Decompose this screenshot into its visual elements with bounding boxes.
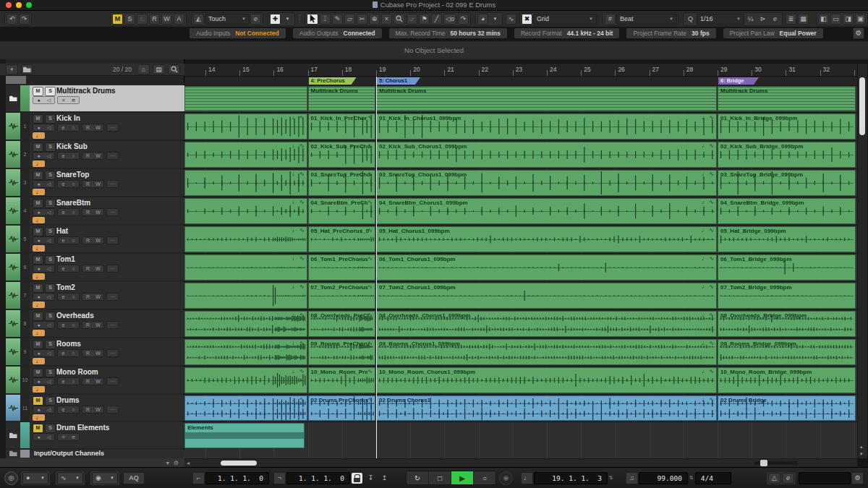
edit-channel-button[interactable]: e: [59, 237, 68, 244]
musical-timebase-button[interactable]: ♩: [33, 189, 45, 195]
track-row-drum-elements[interactable]: MSDrum Elements●◁≡≋: [6, 422, 184, 449]
track-versions-button[interactable]: ⋯: [108, 294, 117, 300]
snap-zero-crossing-button[interactable]: ∿: [506, 14, 516, 25]
audio-event[interactable]: 10_Mono_Room_Bridge_099bpm: [718, 367, 856, 393]
audio-event[interactable]: 08_Overheads_Chorus1_099bpm♩ ∿: [376, 311, 717, 337]
track-row-mono-room[interactable]: 10MSMono Room●◁e○RW⋯♩: [6, 367, 184, 394]
monitor-button[interactable]: ◁: [44, 97, 54, 103]
solo-button[interactable]: S: [45, 114, 56, 124]
monitor-button[interactable]: ◁: [44, 378, 54, 385]
freeze-button[interactable]: ○: [69, 209, 78, 215]
track-lane-kick-sub[interactable]: ♩ ∿02_Kick_Sub_PreCho♩ ∿02_Kick_Sub_Chor…: [184, 141, 857, 168]
solo-button[interactable]: S: [45, 312, 56, 321]
audio-event[interactable]: ♩ ∿: [184, 367, 307, 393]
write-automation-button[interactable]: W: [93, 265, 103, 272]
status-audio-outputs[interactable]: Audio OutputsConnected: [293, 28, 382, 38]
track-row-tom2[interactable]: 7MSTom2●◁e○RW⋯♩: [6, 282, 184, 309]
audio-event[interactable]: 08_Overheads_PreCl♩ ∿: [308, 311, 375, 337]
panel-collapse-icon[interactable]: ▾: [166, 460, 169, 466]
track-versions-button[interactable]: ⋯: [108, 378, 117, 385]
vertical-scrollbar[interactable]: ▴ ▾: [857, 64, 867, 458]
lower-zone-button[interactable]: ▭: [830, 14, 841, 25]
mute-button[interactable]: M: [33, 171, 43, 180]
mute-button[interactable]: M: [33, 87, 43, 96]
quantize-dropdown[interactable]: 1/16▼: [697, 14, 744, 25]
audio-event[interactable]: Elements: [184, 423, 305, 448]
track-lane-snaretop[interactable]: ♩ ∿03_SnareTop_PreCho♩ ∿03_SnareTop_Chor…: [184, 169, 857, 197]
audio-event[interactable]: 05_Hat_Bridge_099bpm: [718, 226, 856, 252]
record-enable-button[interactable]: ●: [34, 294, 43, 300]
record-enable-button[interactable]: ●: [34, 153, 43, 159]
freeze-button[interactable]: ○: [69, 237, 78, 244]
monitor-button[interactable]: ◁: [44, 209, 54, 215]
audio-event[interactable]: ♩ ∿: [184, 114, 307, 140]
audio-quantize-button[interactable]: AQ: [123, 472, 145, 484]
snap-button[interactable]: ✖: [522, 14, 532, 25]
audio-event[interactable]: 06_Tom1_Bridge_099bpm: [718, 254, 856, 281]
audio-event[interactable]: ♩ ∿: [184, 170, 307, 196]
audio-event[interactable]: 02 Drums Bridge: [718, 395, 856, 421]
musical-timebase-button[interactable]: ♩: [33, 301, 45, 308]
group-editing-button[interactable]: ≡: [59, 97, 68, 103]
status-pan-law[interactable]: Project Pan LawEqual Power: [723, 28, 823, 38]
write-automation-button[interactable]: W: [93, 237, 103, 244]
autoscroll-options-icon[interactable]: ▼: [282, 14, 293, 25]
audio-event[interactable]: 04_SnareBtm_PreCh♩ ∿: [308, 198, 375, 224]
marker-tag[interactable]: 6: Bridge: [718, 77, 759, 85]
line-tool[interactable]: ╱: [431, 14, 442, 25]
audio-event[interactable]: 01_Kick_In_PreChor♩ ∿: [308, 114, 375, 140]
solo-button[interactable]: S: [45, 199, 56, 208]
status-line-setup-gear-icon[interactable]: ⚙: [853, 27, 864, 39]
read-automation-button[interactable]: R: [83, 237, 93, 244]
right-zone-button[interactable]: ◨: [843, 14, 854, 25]
suspend-automation-m-button[interactable]: M: [112, 14, 123, 25]
audio-event[interactable]: 09_Rooms_Bridge_099bpm: [718, 339, 856, 365]
track-row-tom1[interactable]: 6MSTom1●◁e○RW⋯♩: [6, 254, 184, 281]
audio-event[interactable]: 03_SnareTop_PreCho♩ ∿: [308, 170, 375, 196]
mute-button[interactable]: M: [33, 424, 43, 433]
comp-tool[interactable]: ↷: [458, 14, 469, 25]
solo-button[interactable]: S: [45, 171, 56, 180]
audio-event[interactable]: 10_Mono_Room_Chorus1_099bpm♩ ∿: [376, 367, 717, 393]
track-lane-kick-in[interactable]: ♩ ∿01_Kick_In_PreChor♩ ∿01_Kick_In_Choru…: [184, 113, 857, 140]
freeze-button[interactable]: ○: [69, 124, 78, 131]
color-menu-icon[interactable]: ▼: [490, 14, 501, 25]
audio-event[interactable]: ♩ ∿: [184, 311, 307, 337]
solo-button[interactable]: S: [45, 424, 56, 433]
audio-event[interactable]: 04_SnareBtm_Bridge_099bpm: [718, 198, 856, 224]
audio-event[interactable]: 09_Rooms_Chorus1_099bpm♩ ∿: [376, 339, 717, 365]
monitor-button[interactable]: ◁: [44, 265, 54, 272]
track-versions-button[interactable]: ⋯: [108, 153, 117, 159]
primary-time-format-icon[interactable]: ♩: [521, 472, 533, 484]
tempo-value[interactable]: 99.000: [639, 472, 688, 484]
status-record-format[interactable]: Record Format44.1 kHz - 24 bit: [514, 28, 619, 38]
track-search-icon[interactable]: [168, 64, 180, 74]
freeze-button[interactable]: ○: [69, 406, 78, 413]
erase-tool[interactable]: ▱: [344, 14, 355, 25]
read-automation-button[interactable]: R: [83, 265, 93, 272]
position-spinner-icon[interactable]: ⇅: [609, 475, 613, 481]
solo-button[interactable]: S: [45, 368, 56, 377]
automation-panel-button[interactable]: e: [250, 14, 261, 25]
audio-event[interactable]: 10_Mono_Room_Pre♩ ∿: [308, 367, 375, 393]
audio-event[interactable]: 05_Hat_PreChorus_0♩ ∿: [308, 226, 375, 252]
range-selection-tool[interactable]: ⌶: [320, 14, 331, 25]
add-track-button[interactable]: +: [6, 64, 18, 74]
track-row-snarebtm[interactable]: 4MSSnareBtm●◁e○RW⋯♩: [6, 197, 184, 225]
audio-event[interactable]: 07_Tom2_PreChorus♩ ∿: [308, 283, 375, 309]
zoom-tool[interactable]: [393, 14, 405, 25]
monitor-button[interactable]: ◁: [44, 181, 54, 187]
audio-event[interactable]: ♩ ∿: [184, 283, 307, 309]
audio-event[interactable]: 03_SnareTop_Chorus1_099bpm♩ ∿: [376, 170, 717, 196]
group-editing-button[interactable]: ≡: [59, 434, 68, 440]
audio-event[interactable]: 05_Hat_Chorus1_099bpm♩ ∿: [376, 226, 717, 252]
audio-record-mode-dropdown[interactable]: ∿▼: [57, 472, 83, 484]
track-divider-handle[interactable]: [6, 76, 26, 84]
write-automation-button[interactable]: W: [93, 181, 103, 187]
color-tool[interactable]: ◕: [477, 14, 488, 25]
audio-event[interactable]: 01_Kick_In_Chorus1_099bpm♩ ∿: [376, 114, 717, 140]
draw-tool[interactable]: ✎: [332, 14, 343, 25]
time-signature-value[interactable]: 4/4: [695, 472, 731, 484]
solo-button[interactable]: S: [45, 142, 56, 152]
audio-event[interactable]: 02_Kick_Sub_Chorus1_099bpm♩ ∿: [376, 142, 717, 168]
